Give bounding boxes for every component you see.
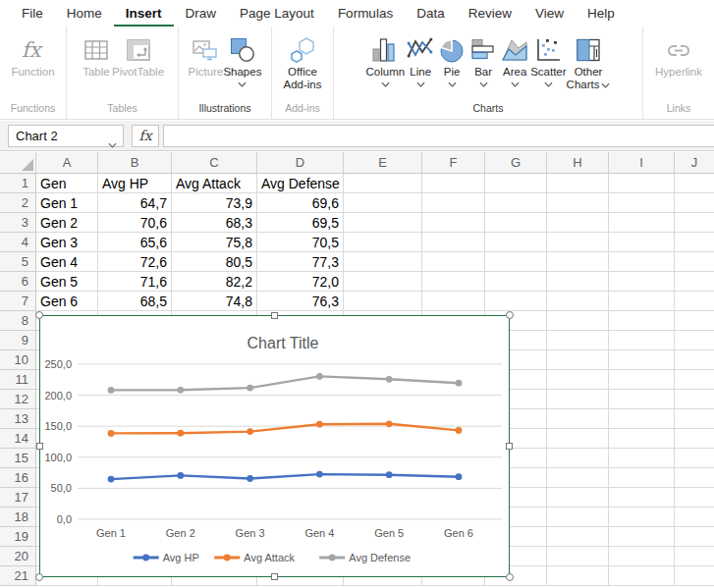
cell-I11[interactable] bbox=[609, 370, 675, 390]
chevron-down-icon[interactable] bbox=[238, 81, 247, 87]
row-header-9[interactable]: 9 bbox=[0, 331, 36, 350]
cell-J16[interactable] bbox=[675, 468, 714, 488]
column-header-g[interactable]: G bbox=[485, 152, 547, 174]
cell-H18[interactable] bbox=[547, 508, 609, 527]
row-header-7[interactable]: 7 bbox=[0, 292, 36, 311]
data-point-marker[interactable] bbox=[177, 387, 184, 394]
tab-home[interactable]: Home bbox=[55, 0, 114, 27]
chevron-down-icon[interactable] bbox=[601, 79, 610, 91]
data-point-marker[interactable] bbox=[386, 376, 393, 383]
cell-J17[interactable] bbox=[675, 488, 714, 508]
row-header-10[interactable]: 10 bbox=[0, 350, 36, 370]
resize-handle-bottom-right[interactable] bbox=[506, 573, 514, 581]
cell-E3[interactable] bbox=[344, 213, 422, 233]
row-header-1[interactable]: 1 bbox=[0, 174, 36, 193]
resize-handle-bottom[interactable] bbox=[271, 573, 278, 580]
tab-insert[interactable]: Insert bbox=[114, 0, 174, 27]
cell-I16[interactable] bbox=[609, 468, 675, 488]
cell-B4[interactable]: 65,6 bbox=[98, 233, 172, 252]
cell-J1[interactable] bbox=[675, 174, 714, 193]
cell-H7[interactable] bbox=[547, 292, 609, 311]
cell-H1[interactable] bbox=[547, 174, 609, 193]
cell-J15[interactable] bbox=[675, 449, 714, 468]
tab-file[interactable]: File bbox=[10, 0, 55, 27]
cell-F4[interactable] bbox=[422, 233, 485, 252]
cell-I21[interactable] bbox=[609, 566, 675, 586]
cell-B3[interactable]: 70,6 bbox=[98, 213, 172, 233]
cell-A5[interactable]: Gen 4 bbox=[36, 252, 98, 272]
cell-I3[interactable] bbox=[609, 213, 675, 233]
cell-J7[interactable] bbox=[675, 292, 714, 311]
data-point-marker[interactable] bbox=[108, 430, 115, 437]
ribbon-button-area[interactable]: Area bbox=[499, 31, 530, 102]
data-point-marker[interactable] bbox=[177, 472, 184, 479]
name-box[interactable]: Chart 2 bbox=[8, 125, 124, 147]
cell-J14[interactable] bbox=[675, 429, 714, 449]
cell-B1[interactable]: Avg HP bbox=[98, 174, 172, 193]
resize-handle-top[interactable] bbox=[271, 312, 278, 319]
cell-I14[interactable] bbox=[609, 429, 675, 449]
cell-I1[interactable] bbox=[609, 174, 675, 193]
row-header-17[interactable]: 17 bbox=[0, 488, 36, 508]
cell-J8[interactable] bbox=[675, 311, 714, 331]
cell-D3[interactable]: 69,5 bbox=[257, 213, 344, 233]
cell-G3[interactable] bbox=[485, 213, 547, 233]
ribbon-button-line[interactable]: Line bbox=[405, 31, 436, 102]
cell-H3[interactable] bbox=[547, 213, 609, 233]
data-point-marker[interactable] bbox=[386, 471, 393, 478]
cell-H9[interactable] bbox=[547, 331, 609, 350]
cell-A1[interactable]: Gen bbox=[36, 174, 98, 193]
row-header-8[interactable]: 8 bbox=[0, 311, 36, 331]
cell-A7[interactable]: Gen 6 bbox=[36, 292, 98, 311]
cell-J2[interactable] bbox=[675, 193, 714, 213]
row-header-20[interactable]: 20 bbox=[0, 547, 36, 566]
cell-J20[interactable] bbox=[675, 547, 714, 566]
chevron-down-icon[interactable] bbox=[416, 81, 425, 87]
cell-E7[interactable] bbox=[344, 292, 422, 311]
series-line-avg-hp[interactable] bbox=[111, 474, 459, 479]
resize-handle-top-right[interactable] bbox=[506, 311, 514, 319]
cell-A4[interactable]: Gen 3 bbox=[36, 233, 98, 252]
row-header-12[interactable]: 12 bbox=[0, 390, 36, 409]
cell-G4[interactable] bbox=[485, 233, 547, 252]
cell-I2[interactable] bbox=[609, 193, 675, 213]
cell-F1[interactable] bbox=[422, 174, 485, 193]
cell-C6[interactable]: 82,2 bbox=[172, 272, 257, 292]
cell-G6[interactable] bbox=[485, 272, 547, 292]
insert-function-button[interactable]: fx bbox=[132, 125, 159, 147]
chevron-down-icon[interactable] bbox=[448, 81, 457, 87]
cell-C7[interactable]: 74,8 bbox=[172, 292, 257, 311]
cell-E2[interactable] bbox=[344, 193, 422, 213]
chevron-down-icon[interactable] bbox=[479, 81, 488, 87]
cell-H21[interactable] bbox=[547, 566, 609, 586]
column-header-e[interactable]: E bbox=[344, 152, 422, 174]
tab-review[interactable]: Review bbox=[457, 0, 523, 27]
tab-formulas[interactable]: Formulas bbox=[326, 0, 405, 27]
legend-label[interactable]: Avg HP bbox=[163, 552, 199, 563]
row-header-13[interactable]: 13 bbox=[0, 409, 36, 429]
cell-J12[interactable] bbox=[675, 390, 714, 409]
cell-I20[interactable] bbox=[609, 547, 675, 566]
cell-F5[interactable] bbox=[422, 252, 485, 272]
cell-H14[interactable] bbox=[547, 429, 609, 449]
data-point-marker[interactable] bbox=[316, 421, 323, 428]
cell-A6[interactable]: Gen 5 bbox=[36, 272, 98, 292]
series-line-avg-defense[interactable] bbox=[111, 376, 459, 390]
cell-H15[interactable] bbox=[547, 449, 609, 468]
cell-D1[interactable]: Avg Defense bbox=[257, 174, 344, 193]
cell-J21[interactable] bbox=[675, 566, 714, 586]
cell-G2[interactable] bbox=[485, 193, 547, 213]
cell-C5[interactable]: 80,5 bbox=[172, 252, 257, 272]
cell-B5[interactable]: 72,6 bbox=[98, 252, 172, 272]
cell-B6[interactable]: 71,6 bbox=[98, 272, 172, 292]
cell-H2[interactable] bbox=[547, 193, 609, 213]
ribbon-button-shapes[interactable]: Shapes bbox=[223, 31, 261, 102]
cell-I13[interactable] bbox=[609, 409, 675, 429]
cell-H13[interactable] bbox=[547, 409, 609, 429]
ribbon-button-bar[interactable]: Bar bbox=[467, 31, 499, 102]
cell-J11[interactable] bbox=[675, 370, 714, 390]
resize-handle-right[interactable] bbox=[506, 443, 513, 450]
data-point-marker[interactable] bbox=[316, 471, 323, 478]
ribbon-button-pie[interactable]: Pie bbox=[436, 31, 467, 102]
cell-H5[interactable] bbox=[547, 252, 609, 272]
